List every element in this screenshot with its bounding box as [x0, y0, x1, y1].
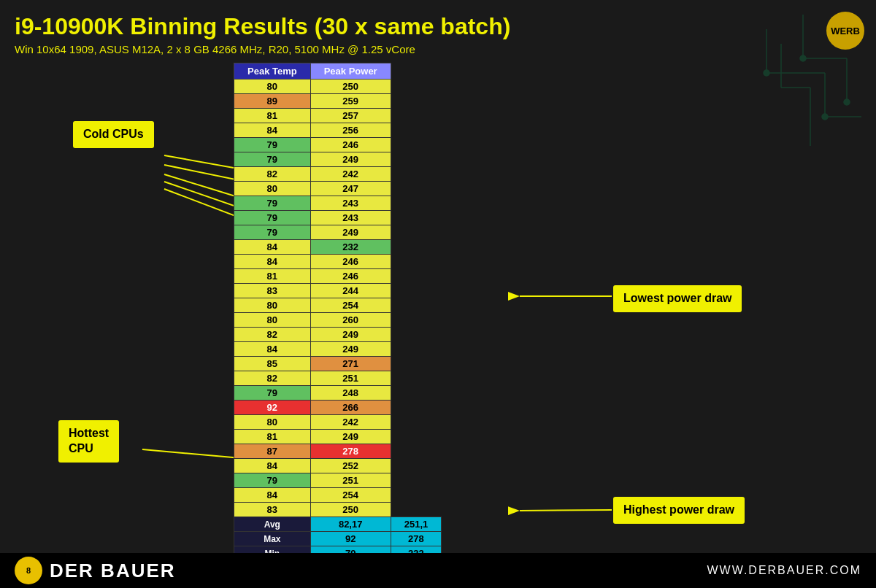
table-row: 80242 — [234, 415, 442, 430]
power-cell: 259 — [310, 94, 391, 109]
power-cell: 250 — [310, 80, 391, 94]
table-row: 79248 — [234, 386, 442, 401]
table-row: 82249 — [234, 328, 442, 342]
table-row: 79243 — [234, 211, 442, 225]
power-cell: 244 — [310, 284, 391, 298]
power-cell: 249 — [310, 430, 391, 444]
table-row: 81249 — [234, 430, 442, 444]
table-row: 79249 — [234, 225, 442, 240]
table-row: 79246 — [234, 138, 442, 152]
table-row: 92266 — [234, 401, 442, 415]
footer: 8 DER BAUER WWW.DERBAUER.COM — [0, 553, 876, 588]
temp-cell: 83 — [234, 503, 311, 517]
footer-url: WWW.DERBAUER.COM — [707, 564, 861, 577]
power-cell: 260 — [310, 313, 391, 328]
temp-cell: 81 — [234, 109, 311, 123]
table-row: 80254 — [234, 298, 442, 313]
power-cell: 246 — [310, 255, 391, 269]
temp-cell: 79 — [234, 225, 311, 240]
content-area: Cold CPUs Hottest CPU Lowest power draw … — [0, 63, 876, 561]
power-cell: 249 — [310, 328, 391, 342]
temp-cell: 79 — [234, 211, 311, 225]
temp-cell: 80 — [234, 313, 311, 328]
power-cell: 256 — [310, 123, 391, 138]
power-cell: 278 — [310, 444, 391, 459]
summary-temp: 92 — [310, 532, 391, 546]
power-cell: 250 — [310, 503, 391, 517]
watermark: WERB — [826, 12, 864, 50]
temp-cell: 84 — [234, 255, 311, 269]
table-row: 81246 — [234, 269, 442, 284]
temp-cell: 83 — [234, 284, 311, 298]
temp-cell: 81 — [234, 269, 311, 284]
table-row: 89259 — [234, 94, 442, 109]
power-cell: 271 — [310, 357, 391, 371]
temp-cell: 92 — [234, 401, 311, 415]
table-row: 84252 — [234, 459, 442, 473]
temp-cell: 79 — [234, 196, 311, 211]
power-cell: 242 — [310, 415, 391, 430]
summary-power: 278 — [391, 532, 442, 546]
svg-line-21 — [520, 510, 612, 511]
temp-cell: 84 — [234, 123, 311, 138]
power-cell: 249 — [310, 152, 391, 167]
binning-table: Peak Temp Peak Power 8025089259812578425… — [234, 63, 442, 561]
table-row: 80250 — [234, 80, 442, 94]
power-cell: 252 — [310, 459, 391, 473]
temp-cell: 89 — [234, 94, 311, 109]
svg-point-10 — [800, 55, 806, 61]
temp-cell: 82 — [234, 167, 311, 182]
hottest-cpu-label: Hottest CPU — [58, 420, 119, 463]
logo-text: DER BAUER — [50, 560, 176, 582]
power-cell: 251 — [310, 473, 391, 488]
table-row: 84232 — [234, 240, 442, 255]
power-cell: 249 — [310, 225, 391, 240]
temp-cell: 80 — [234, 182, 311, 196]
power-cell: 249 — [310, 342, 391, 357]
temp-cell: 85 — [234, 357, 311, 371]
table-row: 82242 — [234, 167, 442, 182]
power-cell: 242 — [310, 167, 391, 182]
temp-cell: 79 — [234, 386, 311, 401]
temp-cell: 87 — [234, 444, 311, 459]
summary-row: Avg82,17251,1 — [234, 517, 442, 532]
power-cell: 266 — [310, 401, 391, 415]
temp-cell: 79 — [234, 138, 311, 152]
table-row: 80260 — [234, 313, 442, 328]
temp-cell: 84 — [234, 488, 311, 503]
table-row: 79251 — [234, 473, 442, 488]
power-cell: 243 — [310, 211, 391, 225]
temp-cell: 79 — [234, 473, 311, 488]
power-cell: 232 — [310, 240, 391, 255]
table-row: 81257 — [234, 109, 442, 123]
power-cell: 251 — [310, 371, 391, 386]
table-row: 82251 — [234, 371, 442, 386]
summary-temp: 82,17 — [310, 517, 391, 532]
power-cell: 247 — [310, 182, 391, 196]
table-row: 85271 — [234, 357, 442, 371]
table-row: 84254 — [234, 488, 442, 503]
temp-cell: 82 — [234, 328, 311, 342]
power-cell: 246 — [310, 138, 391, 152]
peak-power-header: Peak Power — [310, 63, 391, 80]
temp-cell: 80 — [234, 415, 311, 430]
temp-cell: 79 — [234, 152, 311, 167]
lowest-power-label: Lowest power draw — [613, 285, 742, 312]
temp-cell: 80 — [234, 298, 311, 313]
peak-temp-header: Peak Temp — [234, 63, 311, 80]
power-cell: 254 — [310, 488, 391, 503]
table-row: 79243 — [234, 196, 442, 211]
footer-logo: 8 DER BAUER — [15, 557, 176, 584]
table-row: 84249 — [234, 342, 442, 357]
summary-row: Max92278 — [234, 532, 442, 546]
temp-cell: 84 — [234, 342, 311, 357]
logo-circle: 8 — [15, 557, 42, 584]
temp-cell: 84 — [234, 240, 311, 255]
table-row: 83244 — [234, 284, 442, 298]
temp-cell: 80 — [234, 80, 311, 94]
table-row: 87278 — [234, 444, 442, 459]
summary-label: Max — [234, 532, 311, 546]
table-row: 80247 — [234, 182, 442, 196]
data-table-container: Peak Temp Peak Power 8025089259812578425… — [234, 63, 442, 561]
cold-cpus-label: Cold CPUs — [73, 121, 154, 148]
